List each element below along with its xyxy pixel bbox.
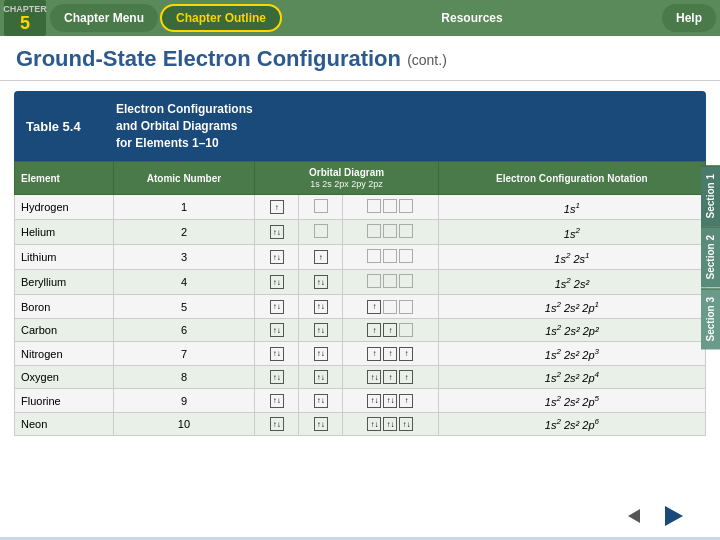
col-atomic-number: Atomic Number: [113, 162, 255, 195]
table-row: Carbon6↑↓↑↓↑↑1s2 2s² 2p²: [15, 318, 706, 342]
orbital-2s: ↑↓: [299, 295, 343, 319]
page-subtitle: (cont.): [407, 52, 447, 68]
orbital-2p: ↑: [343, 295, 439, 319]
content-area: Section 1 Section 2 Section 3 Table 5.4 …: [0, 81, 720, 537]
orbital-2p: ↑↓↑↓↑: [343, 389, 439, 413]
atomic-number: 5: [113, 295, 255, 319]
table-row: Oxygen8↑↓↑↓↑↓↑↑1s2 2s² 2p4: [15, 365, 706, 389]
element-name: Fluorine: [15, 389, 114, 413]
orbital-2s: ↑↓: [299, 342, 343, 366]
table-title: Electron Configurations and Orbital Diag…: [116, 101, 253, 151]
chapter-badge: CHAPTER 5: [4, 0, 46, 36]
table-label: Table 5.4: [26, 119, 116, 134]
element-name: Carbon: [15, 318, 114, 342]
atomic-number: 10: [113, 412, 255, 436]
orbital-1s: ↑↓: [255, 389, 299, 413]
orbital-2p: [343, 245, 439, 270]
section-1-tab[interactable]: Section 1: [701, 165, 720, 226]
chapter-outline-button[interactable]: Chapter Outline: [160, 4, 282, 32]
atomic-number: 1: [113, 195, 255, 220]
orbital-2s: ↑↓: [299, 270, 343, 295]
element-name: Nitrogen: [15, 342, 114, 366]
col-element: Element: [15, 162, 114, 195]
table-row: Lithium3↑↓↑1s2 2s1: [15, 245, 706, 270]
orbital-2s: ↑↓: [299, 389, 343, 413]
electron-config: 1s2 2s²: [438, 270, 705, 295]
orbital-1s: ↑↓: [255, 412, 299, 436]
orbital-2p: [343, 270, 439, 295]
atomic-number: 7: [113, 342, 255, 366]
back-arrow[interactable]: [618, 503, 650, 529]
table-header-box: Table 5.4 Electron Configurations and Or…: [14, 91, 706, 161]
atomic-number: 2: [113, 220, 255, 245]
orbital-2s: ↑↓: [299, 365, 343, 389]
col-config: Electron Configuration Notation: [438, 162, 705, 195]
orbital-2s: [299, 220, 343, 245]
atomic-number: 3: [113, 245, 255, 270]
electron-config: 1s2 2s² 2p²: [438, 318, 705, 342]
element-name: Helium: [15, 220, 114, 245]
bottom-nav: [618, 503, 690, 529]
electron-config: 1s2 2s² 2p6: [438, 412, 705, 436]
electron-config: 1s2 2s² 2p1: [438, 295, 705, 319]
element-name: Lithium: [15, 245, 114, 270]
electron-config: 1s2: [438, 220, 705, 245]
element-name: Neon: [15, 412, 114, 436]
electron-config: 1s2 2s² 2p3: [438, 342, 705, 366]
orbital-1s: ↑↓: [255, 245, 299, 270]
chapter-menu-button[interactable]: Chapter Menu: [50, 4, 158, 32]
table-row: Helium2↑↓1s2: [15, 220, 706, 245]
electron-config-table: Element Atomic Number Orbital Diagram 1s…: [14, 161, 706, 436]
orbital-2p: ↑↓↑↑: [343, 365, 439, 389]
page-title-bar: Ground-State Electron Configuration (con…: [0, 36, 720, 81]
orbital-1s: ↑↓: [255, 365, 299, 389]
page-title: Ground-State Electron Configuration: [16, 46, 401, 71]
table-row: Beryllium4↑↓↑↓1s2 2s²: [15, 270, 706, 295]
orbital-2p: ↑↑: [343, 318, 439, 342]
electron-config: 1s2 2s² 2p5: [438, 389, 705, 413]
orbital-1s: ↑: [255, 195, 299, 220]
element-name: Beryllium: [15, 270, 114, 295]
electron-config: 1s2 2s1: [438, 245, 705, 270]
orbital-2s: [299, 195, 343, 220]
table-row: Boron5↑↓↑↓↑1s2 2s² 2p1: [15, 295, 706, 319]
electron-config: 1s1: [438, 195, 705, 220]
atomic-number: 9: [113, 389, 255, 413]
col-orbital: Orbital Diagram 1s 2s 2px 2py 2pz: [255, 162, 438, 195]
orbital-1s: ↑↓: [255, 270, 299, 295]
table-row: Fluorine9↑↓↑↓↑↓↑↓↑1s2 2s² 2p5: [15, 389, 706, 413]
atomic-number: 4: [113, 270, 255, 295]
orbital-2p: [343, 220, 439, 245]
orbital-2p: ↑↓↑↓↑↓: [343, 412, 439, 436]
chapter-number: 5: [20, 14, 30, 32]
orbital-2s: ↑↓: [299, 318, 343, 342]
section-2-tab[interactable]: Section 2: [701, 226, 720, 287]
orbital-1s: ↑↓: [255, 342, 299, 366]
help-button[interactable]: Help: [662, 4, 716, 32]
atomic-number: 8: [113, 365, 255, 389]
section-3-tab[interactable]: Section 3: [701, 288, 720, 349]
forward-arrow[interactable]: [658, 503, 690, 529]
orbital-1s: ↑↓: [255, 220, 299, 245]
orbital-2p: ↑↑↑: [343, 342, 439, 366]
element-name: Boron: [15, 295, 114, 319]
orbital-1s: ↑↓: [255, 295, 299, 319]
nav-bar: CHAPTER 5 Chapter Menu Chapter Outline R…: [0, 0, 720, 36]
side-tabs: Section 1 Section 2 Section 3: [701, 165, 720, 349]
atomic-number: 6: [113, 318, 255, 342]
element-name: Oxygen: [15, 365, 114, 389]
orbital-2s: ↑↓: [299, 412, 343, 436]
element-name: Hydrogen: [15, 195, 114, 220]
orbital-2p: [343, 195, 439, 220]
resources-button[interactable]: Resources: [427, 4, 516, 32]
orbital-2s: ↑: [299, 245, 343, 270]
electron-config: 1s2 2s² 2p4: [438, 365, 705, 389]
orbital-1s: ↑↓: [255, 318, 299, 342]
table-row: Nitrogen7↑↓↑↓↑↑↑1s2 2s² 2p3: [15, 342, 706, 366]
table-row: Neon10↑↓↑↓↑↓↑↓↑↓1s2 2s² 2p6: [15, 412, 706, 436]
table-row: Hydrogen1↑1s1: [15, 195, 706, 220]
